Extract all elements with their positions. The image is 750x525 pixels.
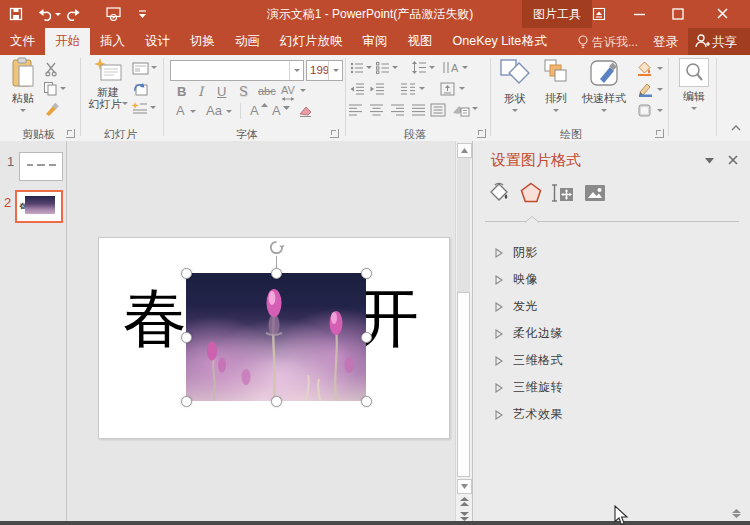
paragraph-dialog-launcher-icon[interactable] [477, 129, 486, 138]
align-right-icon[interactable] [390, 104, 405, 116]
decrease-font-size-button[interactable]: A [272, 103, 281, 118]
align-left-icon[interactable] [348, 104, 363, 116]
font-name-dropdown-icon[interactable] [289, 61, 303, 80]
resize-handle-middle-right[interactable] [361, 332, 372, 343]
tab-file[interactable]: 文件 [0, 28, 45, 55]
maximize-icon[interactable] [672, 8, 684, 20]
reset-slide-icon[interactable] [132, 81, 148, 96]
text-direction-icon[interactable]: A [442, 61, 460, 74]
slide-text-left[interactable]: 春 [123, 286, 187, 350]
scroll-up-icon[interactable] [457, 143, 472, 158]
section-soft-edges[interactable]: 柔化边缘 [473, 320, 750, 347]
slide-section-icon[interactable] [131, 101, 148, 115]
tab-insert[interactable]: 插入 [90, 28, 135, 55]
slide-2-thumbnail[interactable]: 春 [15, 190, 63, 223]
slide-layout-icon[interactable] [132, 62, 149, 75]
decrease-indent-icon[interactable] [350, 83, 365, 95]
minimize-icon[interactable] [634, 13, 646, 16]
scrollbar-track-upper[interactable] [457, 158, 470, 292]
slide-1-thumbnail[interactable] [19, 152, 63, 181]
undo-dropdown-icon[interactable] [55, 13, 61, 19]
rotate-handle-icon[interactable] [268, 239, 285, 256]
section-reflection[interactable]: 映像 [473, 266, 750, 293]
cut-icon[interactable] [44, 61, 59, 77]
resize-handle-middle-left[interactable] [181, 332, 192, 343]
redo-icon[interactable] [67, 7, 82, 21]
effects-tab[interactable] [519, 181, 543, 205]
font-name-combobox[interactable] [170, 60, 304, 81]
underline-button[interactable]: U [217, 84, 226, 99]
tab-format-contextual[interactable]: 格式 [512, 28, 557, 55]
tab-transitions[interactable]: 切换 [180, 28, 225, 55]
picture-object[interactable] [186, 273, 366, 401]
pane-scroll-indicator-icon[interactable] [731, 509, 742, 519]
resize-handle-bottom-center[interactable] [271, 396, 282, 407]
align-text-icon[interactable] [440, 82, 455, 96]
save-icon[interactable] [9, 7, 23, 21]
increase-indent-icon[interactable] [370, 83, 385, 95]
paste-button[interactable]: 粘贴 [4, 57, 42, 118]
font-color-button[interactable]: A [176, 103, 185, 118]
scrollbar-thumb[interactable] [457, 292, 470, 477]
tab-slideshow[interactable]: 幻灯片放映 [270, 28, 353, 55]
section-glow[interactable]: 发光 [473, 293, 750, 320]
justify-icon[interactable] [411, 104, 426, 116]
shape-fill-icon[interactable] [636, 60, 653, 76]
tab-review[interactable]: 审阅 [353, 28, 398, 55]
italic-button[interactable]: I [198, 84, 203, 99]
shape-outline-icon[interactable] [637, 82, 653, 97]
drawing-dialog-launcher-icon[interactable] [655, 129, 664, 138]
align-center-icon[interactable] [369, 104, 384, 116]
customize-quick-access-icon[interactable] [138, 10, 147, 18]
scroll-down-icon[interactable] [457, 479, 472, 494]
font-size-combobox[interactable]: 199 [306, 60, 343, 81]
size-and-properties-tab[interactable] [551, 181, 575, 205]
slide-editor-area[interactable]: 春 开 [67, 141, 455, 521]
strikethrough-button[interactable]: abc [258, 85, 276, 97]
picture-tab[interactable] [583, 181, 607, 205]
slide-canvas[interactable]: 春 开 [98, 237, 450, 439]
columns-icon[interactable] [400, 83, 416, 95]
editing-button[interactable]: 编辑 [676, 58, 712, 116]
share-button[interactable]: 共享 [688, 28, 750, 55]
character-spacing-button[interactable]: AV [281, 84, 295, 96]
copy-icon[interactable] [43, 81, 58, 96]
ribbon-display-options-icon[interactable] [592, 7, 606, 21]
font-dialog-launcher-icon[interactable] [330, 129, 339, 138]
clear-formatting-icon[interactable] [298, 102, 314, 118]
pane-options-dropdown-icon[interactable] [705, 158, 714, 164]
previous-slide-icon[interactable] [459, 497, 470, 507]
increase-font-size-button[interactable]: A [250, 103, 259, 118]
close-icon[interactable] [716, 7, 729, 20]
section-shadow[interactable]: 阴影 [473, 239, 750, 266]
fill-and-line-tab[interactable] [487, 181, 511, 205]
section-3d-format[interactable]: 三维格式 [473, 347, 750, 374]
tab-animations[interactable]: 动画 [225, 28, 270, 55]
resize-handle-top-center[interactable] [271, 268, 282, 279]
new-slide-button[interactable]: 新建 幻灯片 [88, 57, 128, 110]
format-painter-icon[interactable] [44, 101, 60, 117]
clipboard-dialog-launcher-icon[interactable] [66, 129, 75, 138]
quick-styles-button[interactable]: 快速样式 [578, 57, 630, 118]
section-artistic-effects[interactable]: 艺术效果 [473, 401, 750, 428]
collapse-ribbon-icon[interactable] [731, 125, 741, 131]
shapes-button[interactable]: 形状 [496, 57, 534, 118]
resize-handle-top-right[interactable] [361, 268, 372, 279]
text-shadow-button[interactable]: S [239, 84, 248, 99]
tab-view[interactable]: 视图 [398, 28, 443, 55]
convert-smartart-icon[interactable] [452, 102, 470, 117]
section-3d-rotation[interactable]: 三维旋转 [473, 374, 750, 401]
tab-home[interactable]: 开始 [45, 28, 90, 55]
font-size-dropdown-icon[interactable] [328, 61, 342, 80]
sign-in-button[interactable]: 登录 [653, 34, 678, 51]
numbering-icon[interactable] [376, 62, 390, 74]
start-slideshow-icon[interactable] [105, 6, 122, 22]
pane-close-icon[interactable] [727, 154, 739, 166]
resize-handle-top-left[interactable] [181, 268, 192, 279]
tell-me-box[interactable]: 告诉我... [592, 34, 638, 51]
line-spacing-icon[interactable] [412, 61, 427, 74]
bold-button[interactable]: B [177, 84, 186, 99]
resize-handle-bottom-left[interactable] [181, 396, 192, 407]
resize-handle-bottom-right[interactable] [361, 396, 372, 407]
change-case-button[interactable]: Aa [206, 103, 222, 118]
